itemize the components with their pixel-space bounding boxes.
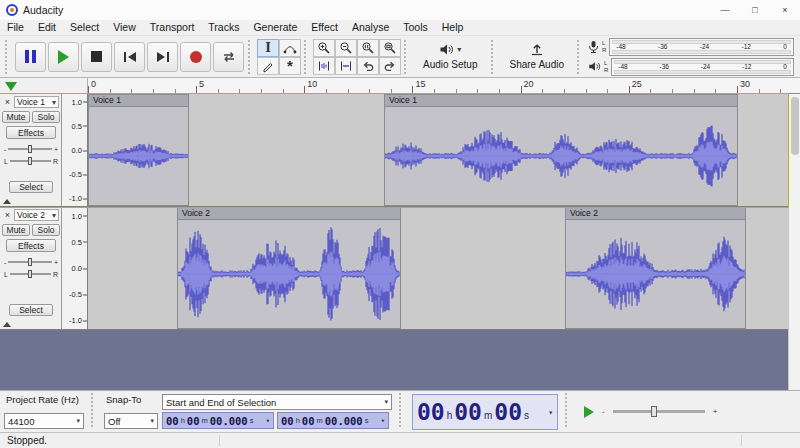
menu-effect[interactable]: Effect: [304, 20, 345, 35]
solo-button[interactable]: Solo: [32, 224, 60, 236]
menu-tools[interactable]: Tools: [396, 20, 435, 35]
zoom-fit-button[interactable]: [379, 39, 401, 57]
toolbar-gripper[interactable]: [491, 40, 497, 74]
toolbar-gripper[interactable]: [399, 393, 405, 427]
title-bar[interactable]: Audacity — □ ×: [0, 0, 800, 20]
toolbar-gripper[interactable]: [577, 40, 583, 74]
audio-clip[interactable]: Voice 1: [88, 94, 189, 206]
trim-audio-button[interactable]: [313, 57, 335, 75]
collapse-track-icon[interactable]: [3, 199, 11, 204]
menu-generate[interactable]: Generate: [246, 20, 304, 35]
play-at-speed-button[interactable]: [584, 406, 594, 418]
playback-meter[interactable]: LR -48-36-24-120: [588, 58, 794, 76]
menu-edit[interactable]: Edit: [31, 20, 63, 35]
gain-slider-thumb[interactable]: [28, 145, 32, 153]
audio-clip[interactable]: Voice 1: [384, 94, 738, 206]
selection-end-field[interactable]: 00h00m00.000s▾: [277, 412, 389, 429]
zoom-out-button[interactable]: [335, 39, 357, 57]
snap-to-combobox[interactable]: Off ▾: [104, 413, 158, 429]
track-name-button[interactable]: Voice 1 ▾: [14, 96, 59, 108]
audio-position-display[interactable]: 00h00m00s▾: [412, 394, 558, 430]
clip-waveform[interactable]: [178, 220, 400, 328]
toolbar-gripper[interactable]: [5, 40, 11, 74]
clip-header[interactable]: Voice 1: [385, 95, 737, 107]
selection-mode-combobox[interactable]: Start and End of Selection ▾: [162, 394, 392, 410]
pause-button[interactable]: [15, 42, 46, 72]
vertical-scrollbar[interactable]: [788, 94, 800, 390]
audio-clip[interactable]: Voice 2: [565, 207, 746, 329]
toolbar-gripper[interactable]: [565, 393, 571, 427]
mute-button[interactable]: Mute: [2, 111, 30, 123]
track-canvas[interactable]: Voice 1 Voice 1: [88, 94, 788, 207]
maximize-button[interactable]: □: [740, 0, 770, 20]
menu-view[interactable]: View: [106, 20, 143, 35]
gain-slider[interactable]: - +: [4, 257, 58, 267]
gain-slider-track[interactable]: [8, 261, 52, 263]
multi-tool-button[interactable]: *: [279, 57, 301, 75]
menu-analyse[interactable]: Analyse: [345, 20, 396, 35]
collapse-track-icon[interactable]: [3, 322, 11, 327]
timeline-options-area[interactable]: [0, 78, 88, 93]
clip-header[interactable]: Voice 2: [178, 208, 400, 220]
pinned-playhead-icon[interactable]: [5, 82, 17, 91]
silence-audio-button[interactable]: [335, 57, 357, 75]
menu-file[interactable]: File: [0, 20, 31, 35]
audio-clip[interactable]: Voice 2: [177, 207, 401, 329]
gain-slider[interactable]: - +: [4, 144, 58, 154]
envelope-tool-button[interactable]: [279, 39, 301, 57]
track-canvas[interactable]: Voice 2 Voice 2: [88, 207, 788, 330]
menu-transport[interactable]: Transport: [143, 20, 202, 35]
recording-meter[interactable]: LR -48-36-24-120: [588, 38, 794, 56]
redo-button[interactable]: [379, 57, 401, 75]
speed-slider-thumb[interactable]: [651, 406, 657, 417]
chevron-down-icon[interactable]: ▾: [381, 417, 385, 425]
pan-slider-track[interactable]: [10, 160, 51, 162]
menu-help[interactable]: Help: [435, 20, 471, 35]
record-button[interactable]: [180, 42, 211, 72]
draw-tool-button[interactable]: [257, 57, 279, 75]
gain-slider-thumb[interactable]: [28, 258, 32, 266]
toolbar-gripper[interactable]: [91, 393, 97, 427]
clip-waveform[interactable]: [385, 107, 737, 205]
stop-button[interactable]: [81, 42, 112, 72]
menu-select[interactable]: Select: [63, 20, 106, 35]
skip-to-end-button[interactable]: [147, 42, 178, 72]
select-button[interactable]: Select: [9, 304, 53, 316]
selection-tool-button[interactable]: I: [257, 39, 279, 57]
toolbar-gripper[interactable]: [404, 40, 410, 74]
playback-meter-bars[interactable]: -48-36-24-120: [611, 58, 794, 76]
minimize-button[interactable]: —: [710, 0, 740, 20]
vertical-scale-ruler[interactable]: 1.0 0.5 0.0 -0.5 -1.0: [62, 94, 88, 207]
select-button[interactable]: Select: [9, 181, 53, 193]
vertical-scale-ruler[interactable]: 1.0 0.5 0.0 -0.5 -1.0: [62, 207, 88, 330]
effects-button[interactable]: Effects: [6, 126, 56, 139]
clip-waveform[interactable]: [566, 220, 745, 328]
zoom-in-button[interactable]: [313, 39, 335, 57]
clip-header[interactable]: Voice 2: [566, 208, 745, 220]
clip-header[interactable]: Voice 1: [89, 95, 188, 107]
track-close-button[interactable]: ×: [2, 96, 13, 107]
close-button[interactable]: ×: [770, 0, 800, 20]
pan-slider-track[interactable]: [10, 273, 51, 275]
mute-button[interactable]: Mute: [2, 224, 30, 236]
timeline-ruler[interactable]: 051015202530: [0, 78, 800, 94]
gain-slider-track[interactable]: [8, 148, 52, 150]
pan-slider[interactable]: L R: [4, 156, 58, 166]
effects-button[interactable]: Effects: [6, 239, 56, 252]
pan-slider-thumb[interactable]: [28, 157, 32, 165]
toolbar-gripper[interactable]: [304, 40, 310, 74]
zoom-selection-button[interactable]: [357, 39, 379, 57]
selection-start-field[interactable]: 00h00m00.000s▾: [162, 412, 274, 429]
solo-button[interactable]: Solo: [32, 111, 60, 123]
track-close-button[interactable]: ×: [2, 209, 13, 220]
track-name-button[interactable]: Voice 2 ▾: [14, 209, 59, 221]
skip-to-start-button[interactable]: [114, 42, 145, 72]
play-button[interactable]: [48, 42, 79, 72]
share-audio-button[interactable]: Share Audio: [500, 38, 575, 76]
chevron-down-icon[interactable]: ▾: [548, 408, 553, 417]
project-rate-combobox[interactable]: 44100 ▾: [4, 413, 84, 429]
undo-button[interactable]: [357, 57, 379, 75]
audio-setup-button[interactable]: ▾ Audio Setup: [413, 38, 488, 76]
scrollbar-thumb[interactable]: [791, 97, 799, 155]
menu-tracks[interactable]: Tracks: [201, 20, 246, 35]
